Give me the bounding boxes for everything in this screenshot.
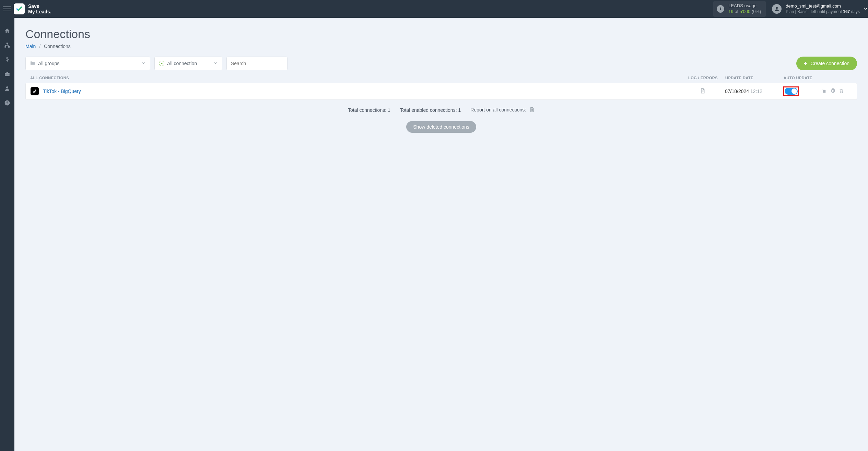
chevron-down-icon[interactable] [863,5,868,13]
leads-pct: (0%) [752,9,761,14]
create-connection-button[interactable]: + Create connection [796,57,857,70]
breadcrumb-main[interactable]: Main [25,44,36,49]
leads-usage-badge[interactable]: i LEADS usage: 19 of 5'000 (0%) [713,1,766,17]
show-deleted-button[interactable]: Show deleted connections [406,121,476,133]
enabled-connections: Total enabled connections: 1 [400,107,461,113]
folder-icon [30,60,35,67]
tiktok-icon [31,87,39,95]
col-log: LOG / ERRORS [688,76,718,80]
auto-update-highlight [783,86,799,96]
col-auto: AUTO UPDATE [784,76,821,80]
connection-link[interactable]: TikTok - BigQuery [43,88,81,94]
search-input-wrapper [226,57,288,70]
user-avatar-icon [772,4,782,14]
log-icon[interactable] [700,90,705,95]
col-name: ALL CONNECTIONS [30,76,688,80]
auto-update-toggle[interactable] [785,88,798,95]
sidebar: ? [0,18,14,142]
report-icon[interactable] [529,108,535,114]
copy-icon[interactable] [821,88,826,95]
plus-icon: + [804,60,807,67]
gear-icon[interactable] [830,88,835,95]
info-icon: i [717,5,724,13]
play-circle-icon [159,61,164,66]
app-header: Save My Leads. i LEADS usage: 19 of 5'00… [0,0,868,18]
sitemap-icon[interactable] [4,42,11,49]
user-menu[interactable]: demo_sml_test@gmail.com Plan | Basic | l… [772,3,860,14]
update-date: 07/18/2024 12:12 [718,88,783,94]
svg-point-0 [776,7,778,9]
col-date: UPDATE DATE [718,76,784,80]
svg-rect-7 [823,90,825,93]
menu-toggle[interactable] [3,5,11,13]
chevron-down-icon [213,61,218,67]
dollar-icon[interactable] [4,56,11,63]
svg-rect-1 [7,43,8,44]
groups-select[interactable]: All groups [25,57,150,70]
svg-point-4 [6,86,8,88]
app-name: Save My Leads. [28,3,51,14]
main-content: Connections Main / Connections All group… [14,18,868,142]
chevron-down-icon [141,61,146,67]
user-email: demo_sml_test@gmail.com [786,3,860,9]
filters-row: All groups All connection + Create conne… [25,57,857,70]
search-input[interactable] [231,61,283,66]
svg-rect-2 [5,46,7,48]
checkmark-icon [16,5,23,12]
report-label: Report on all connections: [470,107,526,112]
page-title: Connections [25,27,857,41]
total-connections: Total connections: 1 [348,107,390,113]
user-icon[interactable] [4,85,11,92]
summary-row: Total connections: 1 Total enabled conne… [25,107,857,114]
user-plan: Plan | Basic | left until payment 167 da… [786,9,860,15]
svg-rect-3 [8,46,10,48]
briefcase-icon[interactable] [4,71,11,78]
app-logo[interactable] [14,3,25,14]
table-header: ALL CONNECTIONS LOG / ERRORS UPDATE DATE… [25,76,857,83]
leads-used: 19 [728,9,733,14]
status-select[interactable]: All connection [154,57,222,70]
help-icon[interactable]: ? [4,99,11,106]
breadcrumb: Main / Connections [25,44,857,49]
breadcrumb-current: Connections [44,44,71,49]
connection-row: TikTok - BigQuery 07/18/2024 12:12 [25,83,857,100]
home-icon[interactable] [4,27,11,34]
leads-total: 5'000 [740,9,750,14]
leads-label: LEADS usage: [728,3,761,9]
svg-text:?: ? [6,101,8,105]
trash-icon[interactable] [839,88,844,95]
